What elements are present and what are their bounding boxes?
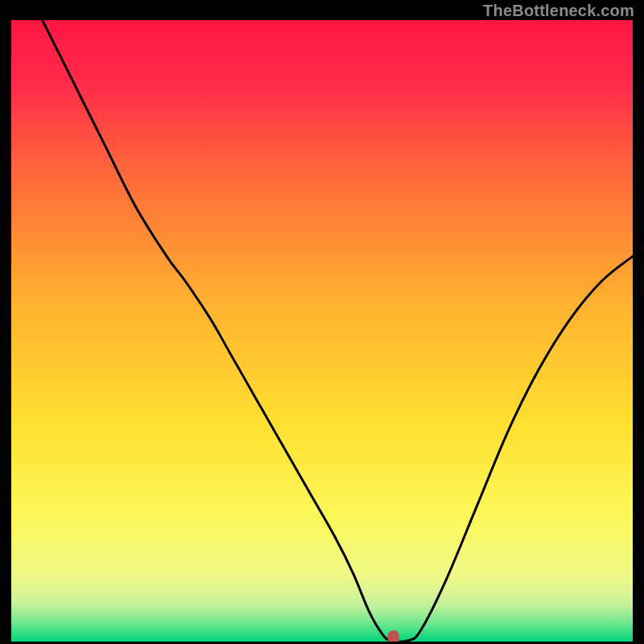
plot-background [11,20,633,642]
chart-wrapper: TheBottleneck.com [0,0,644,644]
bottleneck-chart [11,20,633,642]
bottleneck-point-marker [388,630,399,642]
watermark-text: TheBottleneck.com [483,2,634,20]
